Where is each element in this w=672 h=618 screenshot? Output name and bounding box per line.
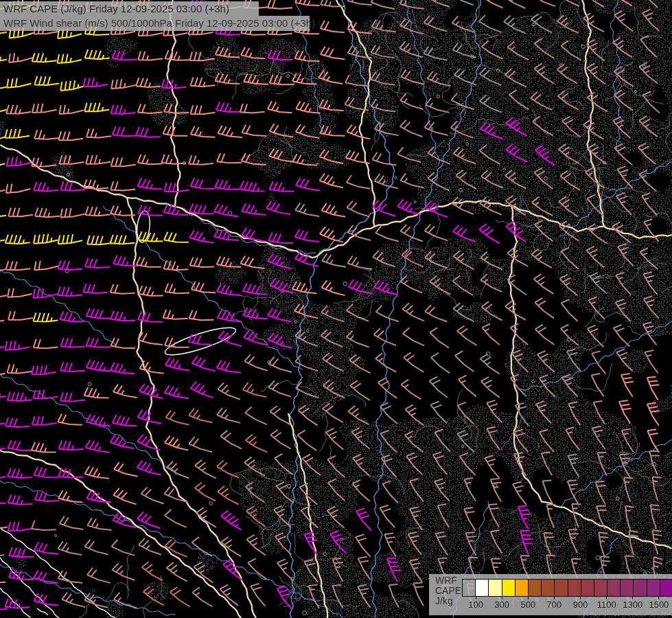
- legend-cell: [476, 580, 489, 596]
- legend-cell: [621, 580, 634, 596]
- legend-cell: [542, 580, 555, 596]
- legend-label-column: WRF CAPE J/kg: [435, 575, 461, 606]
- legend-cell: [594, 580, 607, 596]
- legend-cell: [581, 580, 594, 596]
- legend-cell: [463, 580, 476, 596]
- legend-cell: [555, 580, 568, 596]
- legend-cell: [489, 580, 502, 596]
- weather-map-canvas: [0, 0, 672, 618]
- legend-colorbar: [462, 579, 672, 597]
- legend-cell: [634, 580, 647, 596]
- legend-cell: [660, 580, 672, 596]
- legend-tick-label: 1500: [644, 599, 672, 610]
- legend-cell: [607, 580, 621, 596]
- cape-legend-panel: WRF CAPE J/kg 10030050070090011001300150…: [429, 574, 672, 615]
- weather-map-stage: WRF CAPE (J/kg) Friday 12-09-2025 03:00 …: [0, 0, 672, 618]
- legend-label-unit: J/kg: [435, 596, 461, 606]
- map-title-cape: WRF CAPE (J/kg) Friday 12-09-2025 03:00 …: [0, 1, 259, 16]
- map-title-wind-shear: WRF Wind shear (m/s) 500/1000hPa Friday …: [0, 16, 310, 31]
- legend-cell: [529, 580, 542, 596]
- legend-label-variable: CAPE: [435, 586, 461, 596]
- legend-cell: [502, 580, 515, 596]
- legend-cell: [568, 580, 581, 596]
- legend-cell: [515, 580, 529, 596]
- legend-label-model: WRF: [435, 575, 461, 586]
- legend-cell: [647, 580, 660, 596]
